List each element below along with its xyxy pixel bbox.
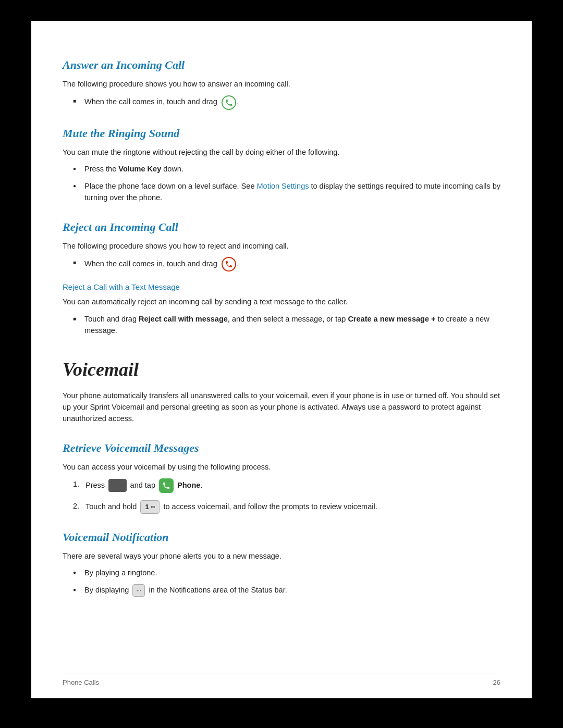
reject-text-list-item: Touch and drag Reject call with message,… [73, 313, 500, 337]
reject-list: When the call comes in, touch and drag . [73, 257, 500, 272]
voicemail-key-icon: 1∞ [140, 500, 160, 514]
answer-list: When the call comes in, touch and drag . [73, 95, 500, 110]
reject-text-list: Touch and drag Reject call with message,… [73, 313, 500, 337]
answer-list-item: When the call comes in, touch and drag . [73, 95, 500, 110]
answer-heading: Answer an Incoming Call [63, 56, 500, 74]
motion-settings-link: Motion Settings [257, 182, 309, 190]
phone-app-icon [159, 478, 174, 493]
retrieve-step-2: 2. Touch and hold 1∞ to access voicemail… [73, 500, 500, 514]
reject-call-icon [222, 257, 236, 272]
voicemail-body: Your phone automatically transfers all u… [63, 390, 500, 425]
reject-text-body: You can automatically reject an incoming… [63, 296, 500, 307]
page-footer: Phone Calls 26 [63, 673, 500, 688]
notification-body: There are several ways your phone alerts… [63, 550, 500, 562]
mute-body: You can mute the ringtone without reject… [63, 146, 500, 158]
footer-left: Phone Calls [63, 677, 99, 688]
retrieve-steps: 1. Press and tap Phone. 2. Touch and hol… [73, 478, 500, 514]
reject-body: The following procedure shows you how to… [63, 240, 500, 252]
retrieve-heading: Retrieve Voicemail Messages [63, 439, 500, 457]
notification-list-item-1: By playing a ringtone. [73, 567, 500, 578]
mute-list-item-2: Place the phone face down on a level sur… [73, 180, 500, 204]
reject-text-subheading: Reject a Call with a Text Message [63, 281, 500, 293]
home-button-icon [108, 479, 126, 491]
notification-status-icon: ··· [132, 584, 145, 597]
retrieve-body: You can access your voicemail by using t… [63, 461, 500, 473]
voicemail-heading: Voicemail [63, 355, 500, 385]
answer-bullet-text: When the call comes in, touch and drag . [84, 97, 238, 106]
reject-bullet-text: When the call comes in, touch and drag . [84, 260, 238, 268]
mute-list-item-1: Press the Volume Key down. [73, 163, 500, 175]
reject-list-item: When the call comes in, touch and drag . [73, 257, 500, 272]
notification-list: By playing a ringtone. By displaying ···… [73, 567, 500, 597]
reject-heading: Reject an Incoming Call [63, 218, 500, 236]
page-content: Answer an Incoming Call The following pr… [31, 21, 532, 698]
notification-list-item-2: By displaying ··· in the Notifications a… [73, 584, 500, 597]
footer-right: 26 [493, 677, 500, 688]
notification-heading: Voicemail Notification [63, 528, 500, 546]
mute-list: Press the Volume Key down. Place the pho… [73, 163, 500, 203]
answer-call-icon [222, 95, 236, 110]
mute-heading: Mute the Ringing Sound [63, 125, 500, 142]
answer-body: The following procedure shows you how to… [63, 78, 500, 90]
retrieve-step-1: 1. Press and tap Phone. [73, 478, 500, 493]
